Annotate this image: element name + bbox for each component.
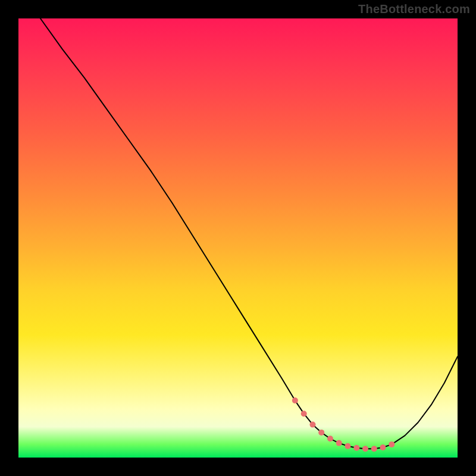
watermark-text: TheBottleneck.com	[358, 2, 470, 16]
curve-marker	[371, 446, 377, 452]
marker-group	[292, 397, 394, 452]
curve-marker	[345, 443, 351, 449]
curve-marker	[380, 444, 386, 450]
curve-marker	[301, 411, 307, 416]
curve-marker	[353, 445, 359, 451]
chart-frame: TheBottleneck.com	[0, 0, 476, 476]
curve-marker	[336, 440, 342, 446]
curve-marker	[327, 436, 333, 441]
bottleneck-curve	[40, 18, 458, 449]
curve-marker	[318, 430, 324, 436]
curve-marker	[310, 422, 316, 428]
curve-svg	[18, 18, 458, 458]
curve-marker	[292, 397, 298, 403]
curve-marker	[362, 446, 368, 452]
plot-area	[18, 18, 458, 458]
curve-marker	[389, 441, 394, 447]
